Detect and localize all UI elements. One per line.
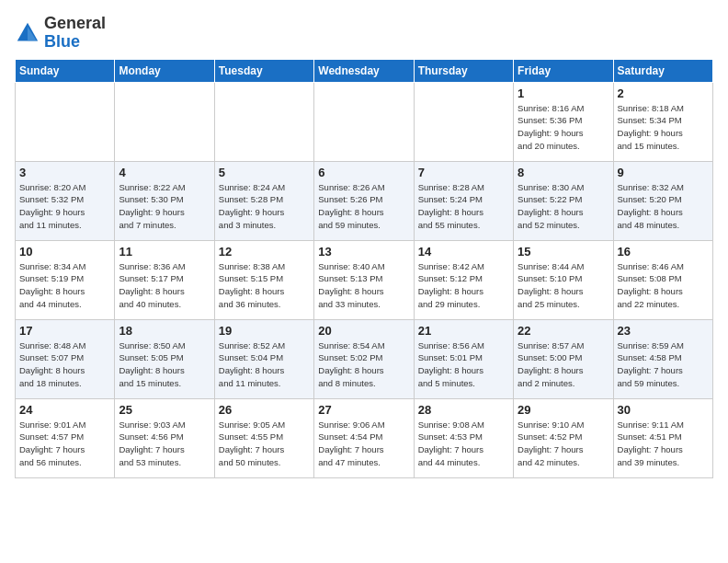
- logo-blue: Blue: [44, 32, 80, 51]
- day-cell: 22Sunrise: 8:57 AM Sunset: 5:00 PM Dayli…: [514, 319, 613, 398]
- weekday-header-sunday: Sunday: [16, 59, 115, 82]
- day-info: Sunrise: 8:26 AM Sunset: 5:26 PM Dayligh…: [318, 181, 409, 232]
- day-cell: 14Sunrise: 8:42 AM Sunset: 5:12 PM Dayli…: [414, 240, 513, 319]
- day-info: Sunrise: 8:28 AM Sunset: 5:24 PM Dayligh…: [418, 181, 509, 232]
- day-info: Sunrise: 8:22 AM Sunset: 5:30 PM Dayligh…: [119, 181, 210, 232]
- day-number: 1: [518, 86, 609, 100]
- day-number: 20: [318, 324, 409, 338]
- week-row-1: 1Sunrise: 8:16 AM Sunset: 5:36 PM Daylig…: [16, 82, 713, 161]
- day-cell: 23Sunrise: 8:59 AM Sunset: 4:58 PM Dayli…: [613, 319, 712, 398]
- weekday-header-row: SundayMondayTuesdayWednesdayThursdayFrid…: [16, 59, 713, 82]
- day-cell: 26Sunrise: 9:05 AM Sunset: 4:55 PM Dayli…: [214, 398, 313, 477]
- day-number: 18: [119, 324, 210, 338]
- day-info: Sunrise: 9:01 AM Sunset: 4:57 PM Dayligh…: [19, 419, 110, 469]
- day-info: Sunrise: 8:36 AM Sunset: 5:17 PM Dayligh…: [119, 260, 210, 311]
- day-cell: [115, 82, 214, 161]
- day-info: Sunrise: 8:18 AM Sunset: 5:34 PM Dayligh…: [618, 102, 709, 153]
- day-cell: [214, 82, 313, 161]
- day-cell: 11Sunrise: 8:36 AM Sunset: 5:17 PM Dayli…: [115, 240, 214, 319]
- logo-icon: [15, 20, 40, 46]
- day-cell: 9Sunrise: 8:32 AM Sunset: 5:20 PM Daylig…: [613, 161, 712, 240]
- day-number: 21: [418, 324, 509, 338]
- logo: General Blue: [15, 15, 106, 52]
- day-cell: 24Sunrise: 9:01 AM Sunset: 4:57 PM Dayli…: [16, 398, 115, 477]
- day-cell: 18Sunrise: 8:50 AM Sunset: 5:05 PM Dayli…: [115, 319, 214, 398]
- day-number: 16: [618, 245, 709, 259]
- day-cell: [314, 82, 414, 161]
- day-cell: 21Sunrise: 8:56 AM Sunset: 5:01 PM Dayli…: [414, 319, 513, 398]
- day-info: Sunrise: 8:44 AM Sunset: 5:10 PM Dayligh…: [518, 260, 609, 311]
- day-cell: 25Sunrise: 9:03 AM Sunset: 4:56 PM Dayli…: [115, 398, 214, 477]
- day-number: 15: [518, 245, 609, 259]
- weekday-header-wednesday: Wednesday: [314, 59, 414, 82]
- weekday-header-tuesday: Tuesday: [214, 59, 313, 82]
- day-cell: 29Sunrise: 9:10 AM Sunset: 4:52 PM Dayli…: [514, 398, 613, 477]
- weekday-header-monday: Monday: [115, 59, 214, 82]
- day-cell: 27Sunrise: 9:06 AM Sunset: 4:54 PM Dayli…: [314, 398, 414, 477]
- day-info: Sunrise: 9:06 AM Sunset: 4:54 PM Dayligh…: [318, 419, 409, 469]
- day-number: 14: [418, 245, 509, 259]
- week-row-4: 17Sunrise: 8:48 AM Sunset: 5:07 PM Dayli…: [16, 319, 713, 398]
- day-number: 5: [219, 166, 310, 179]
- week-row-3: 10Sunrise: 8:34 AM Sunset: 5:19 PM Dayli…: [16, 240, 713, 319]
- day-cell: 6Sunrise: 8:26 AM Sunset: 5:26 PM Daylig…: [314, 161, 414, 240]
- weekday-header-thursday: Thursday: [414, 59, 513, 82]
- day-number: 24: [19, 403, 110, 417]
- day-number: 28: [418, 403, 509, 417]
- day-number: 12: [219, 245, 310, 259]
- day-info: Sunrise: 8:52 AM Sunset: 5:04 PM Dayligh…: [219, 339, 310, 390]
- day-number: 6: [318, 166, 409, 179]
- day-number: 19: [219, 324, 310, 338]
- day-number: 7: [418, 166, 509, 179]
- day-info: Sunrise: 9:11 AM Sunset: 4:51 PM Dayligh…: [618, 419, 709, 469]
- day-info: Sunrise: 8:48 AM Sunset: 5:07 PM Dayligh…: [19, 339, 110, 390]
- day-info: Sunrise: 8:42 AM Sunset: 5:12 PM Dayligh…: [418, 260, 509, 311]
- day-info: Sunrise: 8:32 AM Sunset: 5:20 PM Dayligh…: [618, 181, 709, 232]
- day-cell: 17Sunrise: 8:48 AM Sunset: 5:07 PM Dayli…: [16, 319, 115, 398]
- day-info: Sunrise: 8:24 AM Sunset: 5:28 PM Dayligh…: [219, 181, 310, 232]
- day-cell: 16Sunrise: 8:46 AM Sunset: 5:08 PM Dayli…: [613, 240, 712, 319]
- day-number: 23: [618, 324, 709, 338]
- day-info: Sunrise: 9:03 AM Sunset: 4:56 PM Dayligh…: [119, 419, 210, 469]
- day-info: Sunrise: 8:56 AM Sunset: 5:01 PM Dayligh…: [418, 339, 509, 390]
- day-number: 27: [318, 403, 409, 417]
- day-cell: 8Sunrise: 8:30 AM Sunset: 5:22 PM Daylig…: [514, 161, 613, 240]
- day-number: 9: [618, 166, 709, 179]
- day-info: Sunrise: 8:38 AM Sunset: 5:15 PM Dayligh…: [219, 260, 310, 311]
- day-info: Sunrise: 9:08 AM Sunset: 4:53 PM Dayligh…: [418, 419, 509, 469]
- day-cell: [414, 82, 513, 161]
- day-info: Sunrise: 8:57 AM Sunset: 5:00 PM Dayligh…: [518, 339, 609, 390]
- day-number: 4: [119, 166, 210, 179]
- calendar-table: SundayMondayTuesdayWednesdayThursdayFrid…: [15, 59, 713, 478]
- day-cell: 3Sunrise: 8:20 AM Sunset: 5:32 PM Daylig…: [16, 161, 115, 240]
- day-cell: 19Sunrise: 8:52 AM Sunset: 5:04 PM Dayli…: [214, 319, 313, 398]
- day-number: 25: [119, 403, 210, 417]
- day-info: Sunrise: 8:50 AM Sunset: 5:05 PM Dayligh…: [119, 339, 210, 390]
- day-cell: 28Sunrise: 9:08 AM Sunset: 4:53 PM Dayli…: [414, 398, 513, 477]
- day-cell: 10Sunrise: 8:34 AM Sunset: 5:19 PM Dayli…: [16, 240, 115, 319]
- week-row-5: 24Sunrise: 9:01 AM Sunset: 4:57 PM Dayli…: [16, 398, 713, 477]
- weekday-header-saturday: Saturday: [613, 59, 712, 82]
- day-info: Sunrise: 8:34 AM Sunset: 5:19 PM Dayligh…: [19, 260, 110, 311]
- day-info: Sunrise: 8:54 AM Sunset: 5:02 PM Dayligh…: [318, 339, 409, 390]
- day-number: 3: [19, 166, 110, 179]
- day-info: Sunrise: 8:20 AM Sunset: 5:32 PM Dayligh…: [19, 181, 110, 232]
- day-number: 29: [518, 403, 609, 417]
- day-cell: 1Sunrise: 8:16 AM Sunset: 5:36 PM Daylig…: [514, 82, 613, 161]
- day-info: Sunrise: 8:40 AM Sunset: 5:13 PM Dayligh…: [318, 260, 409, 311]
- day-cell: 12Sunrise: 8:38 AM Sunset: 5:15 PM Dayli…: [214, 240, 313, 319]
- day-cell: [16, 82, 115, 161]
- day-info: Sunrise: 8:16 AM Sunset: 5:36 PM Dayligh…: [518, 102, 609, 153]
- day-info: Sunrise: 9:05 AM Sunset: 4:55 PM Dayligh…: [219, 419, 310, 469]
- page-header: General Blue: [15, 15, 713, 52]
- day-info: Sunrise: 8:59 AM Sunset: 4:58 PM Dayligh…: [618, 339, 709, 390]
- day-number: 17: [19, 324, 110, 338]
- day-info: Sunrise: 8:46 AM Sunset: 5:08 PM Dayligh…: [618, 260, 709, 311]
- day-cell: 30Sunrise: 9:11 AM Sunset: 4:51 PM Dayli…: [613, 398, 712, 477]
- day-cell: 20Sunrise: 8:54 AM Sunset: 5:02 PM Dayli…: [314, 319, 414, 398]
- day-number: 13: [318, 245, 409, 259]
- day-info: Sunrise: 8:30 AM Sunset: 5:22 PM Dayligh…: [518, 181, 609, 232]
- day-cell: 4Sunrise: 8:22 AM Sunset: 5:30 PM Daylig…: [115, 161, 214, 240]
- day-cell: 2Sunrise: 8:18 AM Sunset: 5:34 PM Daylig…: [613, 82, 712, 161]
- day-number: 22: [518, 324, 609, 338]
